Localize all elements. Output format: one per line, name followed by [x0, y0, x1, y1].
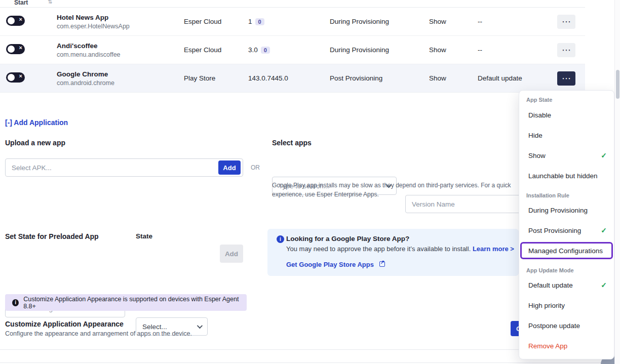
column-header-start[interactable]: Start — [14, 0, 28, 6]
info-icon: i — [277, 235, 284, 243]
app-enabled-toggle[interactable]: × — [6, 44, 25, 54]
app-enabled-toggle[interactable]: × — [6, 72, 25, 83]
play-box-title: Looking for a Google Play Store App? — [286, 235, 409, 242]
app-name: Andi'scoffee — [57, 42, 178, 50]
check-icon: ✓ — [601, 226, 607, 234]
toggle-knob — [8, 46, 15, 53]
menu-item-launchable-but-hidden[interactable]: Launchable but hidden — [519, 166, 614, 186]
more-actions-icon: ⋯ — [562, 45, 571, 55]
app-version: 143.0.7445.0 — [248, 74, 288, 82]
play-box-body: You may need to approve the app before i… — [286, 245, 471, 253]
menu-section-header: Installation Rule — [519, 186, 614, 200]
agent-version-banner: i Customize Application Appearance is su… — [5, 294, 247, 311]
more-actions-icon: ⋯ — [562, 17, 571, 27]
toggle-off-icon: × — [19, 73, 22, 79]
app-version: 3.0 — [248, 46, 258, 54]
table-row: × Andi'scoffee com.menu.andiscoffee Espe… — [0, 36, 585, 64]
menu-item-hide[interactable]: Hide — [519, 125, 614, 145]
add-application-toggle[interactable]: [-] Add Application — [5, 118, 68, 127]
table-row: × Hotel News App com.esper.HotelNewsApp … — [0, 8, 585, 36]
app-name: Google Chrome — [57, 70, 178, 78]
app-state: Show — [423, 46, 472, 54]
install-rule: During Provisioning — [324, 18, 423, 25]
apk-file-input[interactable] — [6, 159, 210, 176]
table-header: Start ⇅ — [0, 0, 585, 8]
check-icon: ✓ — [601, 281, 607, 289]
app-package: com.android.chrome — [57, 79, 178, 87]
menu-item-postpone-update[interactable]: Postpone update — [519, 315, 614, 336]
chevron-down-icon — [197, 323, 203, 329]
install-rule: Post Provisioning — [324, 74, 423, 82]
toggle-knob — [8, 17, 15, 24]
play-install-note: Google Play app installs may be slow as … — [272, 181, 535, 199]
scrollbar-thumb[interactable] — [616, 70, 619, 99]
update-mode: -- — [472, 46, 553, 54]
toggle-off-icon: × — [19, 45, 22, 51]
toggle-cell: × — [0, 16, 51, 27]
app-version: 1 — [248, 18, 252, 25]
scrollbar-track[interactable] — [614, 0, 620, 364]
external-link-icon — [379, 261, 385, 267]
customize-title: Customize Application Appearance — [5, 320, 124, 328]
more-actions-icon: ⋯ — [562, 73, 571, 84]
app-actions-menu: App State Disable Hide Show ✓ Launchable… — [519, 90, 614, 359]
apk-add-button[interactable]: Add — [218, 160, 241, 175]
check-icon: ✓ — [601, 151, 607, 159]
menu-item-post-provisioning[interactable]: Post Provisioning ✓ — [519, 220, 614, 240]
get-play-apps-link[interactable]: Get Google Play Store Apps — [286, 261, 374, 268]
sort-icon[interactable]: ⇅ — [48, 0, 52, 5]
learn-more-link[interactable]: Learn more > — [473, 245, 514, 253]
apk-upload-field[interactable]: Add — [5, 158, 243, 177]
toggle-cell: × — [0, 44, 51, 56]
app-source: Play Store — [178, 74, 242, 82]
select-apps-title: Select apps — [272, 139, 312, 147]
app-name: Hotel News App — [57, 14, 178, 21]
menu-item-disable[interactable]: Disable — [519, 105, 614, 125]
menu-item-managed-configurations[interactable]: Managed Configurations — [519, 240, 614, 261]
divider — [0, 362, 620, 363]
menu-item-during-provisioning[interactable]: During Provisioning — [519, 200, 614, 220]
app-package: com.esper.HotelNewsApp — [57, 23, 178, 30]
customize-subtitle: Configure the appearance and arrangement… — [5, 330, 192, 337]
update-mode: -- — [472, 18, 553, 25]
update-mode: Default update — [472, 74, 553, 82]
toggle-cell: × — [0, 72, 51, 84]
table-row: × Google Chrome com.android.chrome Play … — [0, 64, 585, 93]
play-store-info-box: i Looking for a Google Play Store App? Y… — [267, 229, 519, 276]
version-badge: 0 — [261, 47, 270, 54]
more-actions-button[interactable]: ⋯ — [557, 43, 575, 57]
preloaded-add-button[interactable]: Add — [220, 245, 243, 263]
menu-item-show[interactable]: Show ✓ — [519, 145, 614, 166]
app-package: com.menu.andiscoffee — [57, 51, 178, 58]
upload-section-title: Upload a new app — [5, 139, 65, 147]
app-state: Show — [423, 18, 472, 25]
toggle-knob — [8, 74, 15, 81]
menu-item-default-update[interactable]: Default update ✓ — [519, 275, 614, 295]
app-source: Esper Cloud — [178, 46, 242, 54]
state-select-value: Select... — [142, 323, 167, 331]
app-state: Show — [423, 74, 472, 82]
menu-item-high-priority[interactable]: High priority — [519, 295, 614, 315]
apps-table: Start ⇅ × Hotel News App com.esper.Hotel… — [0, 0, 585, 93]
more-actions-button-active[interactable]: ⋯ — [557, 71, 575, 86]
or-separator: OR — [251, 164, 260, 171]
more-actions-button[interactable]: ⋯ — [557, 15, 575, 29]
state-label: State — [136, 232, 152, 240]
menu-section-header: App State — [519, 93, 614, 105]
app-source: Esper Cloud — [178, 18, 242, 25]
preloaded-section-title: Set State for Preloaded App — [5, 232, 99, 240]
toggle-off-icon: × — [19, 16, 22, 22]
info-icon: i — [12, 299, 19, 306]
version-badge: 0 — [255, 18, 264, 25]
menu-section-header: App Update Mode — [519, 261, 614, 275]
app-enabled-toggle[interactable]: × — [6, 16, 25, 26]
install-rule: During Provisioning — [324, 46, 423, 54]
menu-item-remove-app[interactable]: Remove App — [519, 336, 614, 356]
banner-text: Customize Application Appearance is supp… — [23, 296, 240, 310]
